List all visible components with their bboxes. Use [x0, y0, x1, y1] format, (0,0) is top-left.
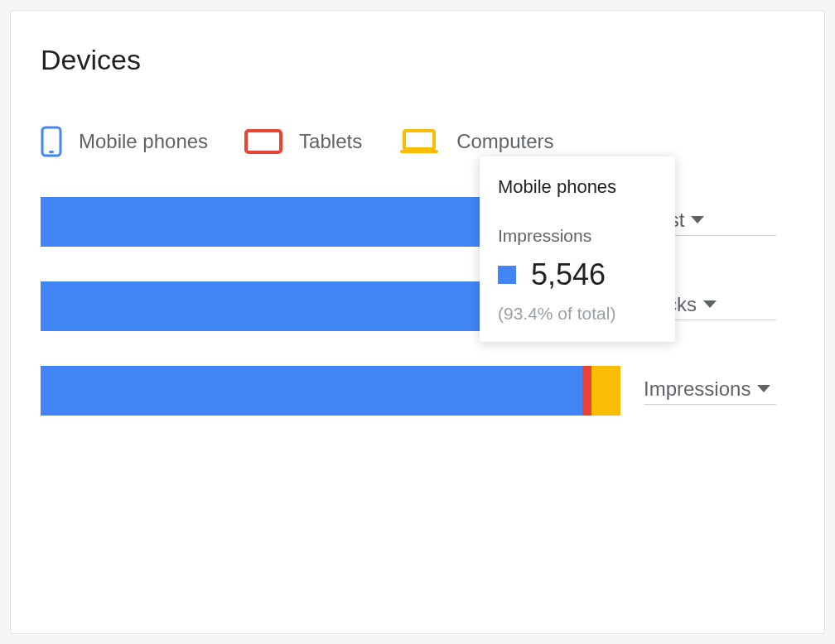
legend-label: Mobile phones — [79, 130, 208, 153]
legend: Mobile phones Tablets Computers — [41, 126, 794, 157]
laptop-icon — [398, 128, 440, 155]
chart-row-impressions: Impressions — [41, 366, 794, 416]
chevron-down-icon — [691, 216, 704, 223]
svg-rect-4 — [400, 150, 438, 153]
svg-rect-2 — [246, 131, 281, 152]
devices-card: Devices Mobile phones Tablets — [10, 10, 825, 634]
svg-rect-3 — [404, 131, 434, 149]
tooltip-title: Mobile phones — [498, 176, 657, 198]
metric-label: Impressions — [644, 377, 751, 401]
legend-label: Tablets — [299, 130, 362, 153]
legend-label: Computers — [456, 130, 553, 153]
bar-segment-mobile[interactable] — [41, 281, 493, 331]
legend-item-tablets[interactable]: Tablets — [244, 128, 362, 155]
tooltip-metric: Impressions — [498, 226, 657, 246]
bar-segment-mobile[interactable] — [41, 197, 493, 247]
tooltip-value-row: 5,546 — [498, 257, 657, 292]
bar-segment-computers[interactable] — [591, 366, 620, 416]
chevron-down-icon — [757, 385, 770, 392]
chevron-down-icon — [703, 300, 717, 308]
chart-row-clicks: Clicks — [41, 281, 794, 331]
tooltip-color-swatch — [498, 266, 516, 284]
card-title: Devices — [41, 44, 794, 76]
tooltip-percent: (93.4% of total) — [498, 304, 657, 324]
chart-row-cost: Cost — [41, 197, 794, 247]
bar-track[interactable] — [41, 366, 620, 416]
legend-item-computers[interactable]: Computers — [398, 128, 553, 155]
bar-segment-mobile[interactable] — [41, 366, 582, 416]
tablet-icon — [244, 128, 282, 155]
svg-rect-1 — [49, 151, 54, 153]
mobile-phone-icon — [41, 126, 62, 157]
bar-segment-tablets[interactable] — [582, 366, 591, 416]
tooltip-value: 5,546 — [531, 257, 606, 292]
legend-item-mobile[interactable]: Mobile phones — [41, 126, 208, 157]
tooltip: Mobile phones Impressions 5,546 (93.4% o… — [480, 156, 675, 342]
chart-rows: Cost Clicks Impressions — [41, 197, 794, 416]
metric-select-impressions[interactable]: Impressions — [644, 377, 776, 405]
